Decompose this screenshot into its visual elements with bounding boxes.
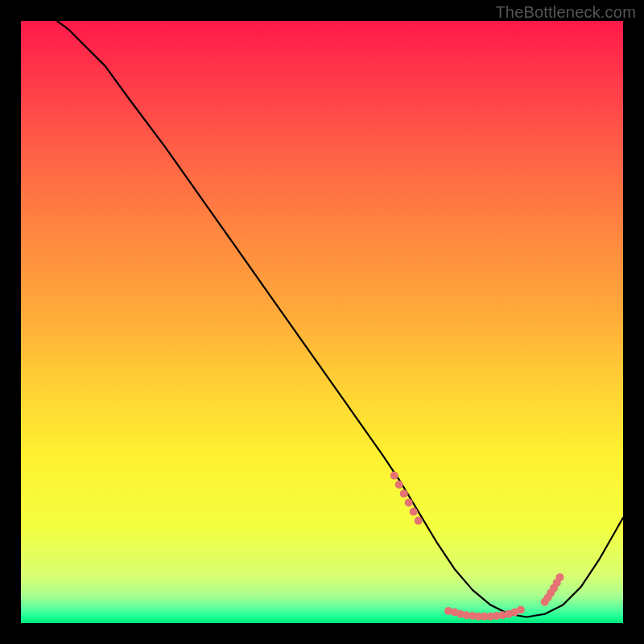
plot-area xyxy=(21,21,623,623)
watermark-text: TheBottleneck.com xyxy=(495,3,636,22)
curve-marker xyxy=(395,481,403,489)
curve-marker xyxy=(400,489,408,497)
curve-marker xyxy=(405,498,413,506)
chart-svg xyxy=(21,21,623,623)
curve-marker xyxy=(517,606,525,614)
curve-marker xyxy=(555,573,564,581)
curve-marker xyxy=(410,508,418,516)
curve-marker xyxy=(415,517,423,525)
chart-frame: TheBottleneck.com xyxy=(0,0,644,644)
curve-marker xyxy=(390,472,398,480)
gradient-background xyxy=(21,21,623,623)
